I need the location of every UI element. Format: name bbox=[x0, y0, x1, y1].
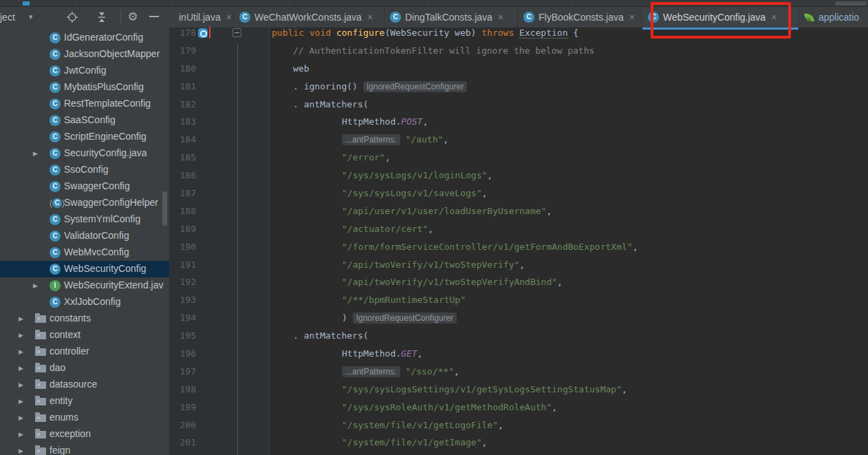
project-panel-title[interactable]: ject bbox=[0, 12, 15, 23]
fold-collapse-icon[interactable] bbox=[232, 28, 241, 37]
expand-arrow-icon[interactable]: ▶ bbox=[19, 365, 23, 372]
code-line-190[interactable]: 190"/form/formServiceController/v1/getFo… bbox=[169, 238, 868, 256]
tree-scrollbar-thumb[interactable] bbox=[162, 191, 167, 226]
tree-item-jacksonobjectmapper[interactable]: CJacksonObjectMapper bbox=[0, 46, 169, 63]
chevron-down-icon[interactable]: ▾ bbox=[29, 12, 33, 21]
line-number[interactable]: 201 bbox=[171, 434, 196, 452]
line-number[interactable]: 186 bbox=[171, 167, 196, 184]
expand-arrow-icon[interactable]: ▶ bbox=[19, 332, 23, 339]
line-number[interactable]: 185 bbox=[171, 149, 196, 167]
tab-close-icon[interactable]: × bbox=[629, 12, 635, 22]
tree-item-datasource[interactable]: ▶datasource bbox=[0, 377, 169, 393]
tree-item-idgeneratorconfig[interactable]: CIdGeneratorConfig bbox=[0, 30, 169, 46]
code-line-192[interactable]: 192"/api/twoVerify/v1/twoStepVerifyAndBi… bbox=[169, 273, 868, 291]
code-line-184[interactable]: 184...antPatterns: "/auth", bbox=[169, 131, 868, 149]
expand-arrow-icon[interactable]: ▶ bbox=[19, 398, 23, 405]
tab-close-icon[interactable]: × bbox=[367, 12, 373, 22]
line-number[interactable]: 182 bbox=[171, 96, 196, 114]
expand-arrow-icon[interactable]: ▶ bbox=[19, 348, 23, 355]
code-line-194[interactable]: 194) IgnoredRequestConfigurer bbox=[169, 309, 868, 327]
tree-item-dao[interactable]: ▶dao bbox=[0, 360, 169, 377]
line-number[interactable]: 191 bbox=[171, 256, 196, 274]
tree-item-websecurityextend-jav[interactable]: ▶IWebSecurityExtend.jav bbox=[0, 277, 169, 294]
tree-item-context[interactable]: ▶context bbox=[0, 327, 169, 343]
tree-item-saasconfig[interactable]: CSaaSConfig bbox=[0, 112, 169, 129]
tree-item-resttemplateconfig[interactable]: CRestTemplateConfig bbox=[0, 96, 169, 112]
tree-item-enums[interactable]: ▶enums bbox=[0, 410, 169, 426]
line-number[interactable]: 188 bbox=[171, 202, 196, 220]
line-number[interactable]: 193 bbox=[171, 291, 196, 309]
code-line-200[interactable]: 200"/system/file/v1/getLogoFile", bbox=[169, 416, 868, 434]
line-number[interactable]: 200 bbox=[171, 416, 196, 434]
expand-arrow-icon[interactable]: ▶ bbox=[19, 381, 23, 388]
code-line-182[interactable]: 182. antMatchers( bbox=[169, 96, 868, 114]
code-line-197[interactable]: 197...antPatterns: "/sso/**", bbox=[169, 363, 868, 381]
expand-arrow-icon[interactable]: ▶ bbox=[19, 315, 23, 322]
code-line-199[interactable]: 199"/sys/sysRoleAuth/v1/getMethodRoleAut… bbox=[169, 399, 868, 416]
expand-arrow-icon[interactable]: ▶ bbox=[19, 431, 23, 438]
tree-item-feign[interactable]: ▶feign bbox=[0, 443, 169, 455]
line-number[interactable]: 181 bbox=[171, 78, 196, 96]
tree-item-entity[interactable]: ▶entity bbox=[0, 393, 169, 410]
line-number[interactable]: 198 bbox=[171, 381, 196, 399]
code-line-186[interactable]: 186"/sys/sysLogs/v1/loginLogs", bbox=[169, 167, 868, 184]
tree-item-websecurityconfig[interactable]: CWebSecurityConfig bbox=[0, 261, 169, 277]
tree-item-xxljobconfig[interactable]: CXxlJobConfig bbox=[0, 294, 169, 310]
tree-item-securityconfig-java[interactable]: ▶CSecurityConfig.java bbox=[0, 145, 169, 162]
code-line-191[interactable]: 191"/api/twoVerify/v1/twoStepVerify", bbox=[169, 256, 868, 274]
collapse-all-icon[interactable] bbox=[96, 11, 108, 23]
tree-item-ssoconfig[interactable]: CSsoConfig bbox=[0, 162, 169, 178]
tree-item-constants[interactable]: ▶constants bbox=[0, 310, 169, 327]
code-line-181[interactable]: 181. ignoring() IgnoredRequestConfigurer bbox=[169, 78, 868, 96]
tree-item-swaggerconfighelper[interactable]: (C)SwaggerConfigHelper bbox=[0, 195, 169, 211]
line-number[interactable]: 190 bbox=[171, 238, 196, 256]
tree-item-swaggerconfig[interactable]: CSwaggerConfig bbox=[0, 178, 169, 195]
expand-arrow-icon[interactable]: ▶ bbox=[19, 414, 23, 421]
settings-gear-icon[interactable]: ⚙ bbox=[127, 11, 139, 23]
line-number[interactable]: 184 bbox=[171, 131, 196, 149]
locate-icon[interactable] bbox=[66, 11, 78, 23]
code-line-195[interactable]: 195. antMatchers( bbox=[169, 327, 868, 345]
code-editor[interactable]: 178public void configure(WebSecurity web… bbox=[169, 28, 868, 455]
line-number[interactable]: 178 bbox=[171, 24, 196, 42]
tree-item-systemymlconfig[interactable]: CSystemYmlConfig bbox=[0, 211, 169, 228]
expand-arrow-icon[interactable]: ▶ bbox=[33, 150, 38, 157]
code-line-178[interactable]: 178public void configure(WebSecurity web… bbox=[169, 24, 868, 42]
code-line-180[interactable]: 180web bbox=[169, 60, 868, 78]
tree-item-exception[interactable]: ▶exception bbox=[0, 426, 169, 443]
hide-panel-icon[interactable] bbox=[149, 16, 159, 17]
tree-item-jwtconfig[interactable]: CJwtConfig bbox=[0, 63, 169, 79]
code-line-193[interactable]: 193"/**/bpmRuntimeStartUp" bbox=[169, 291, 868, 309]
code-line-189[interactable]: 189"/actuator/cert", bbox=[169, 220, 868, 238]
line-number[interactable]: 196 bbox=[171, 345, 196, 363]
tab-close-icon[interactable]: × bbox=[498, 12, 503, 22]
code-line-188[interactable]: 188"/api/user/v1/user/loadUserByUsername… bbox=[169, 202, 868, 220]
tree-item-mybatisplusconfig[interactable]: CMybatisPlusConfig bbox=[0, 79, 169, 96]
line-number[interactable]: 194 bbox=[171, 309, 196, 327]
expand-arrow-icon[interactable]: ▶ bbox=[33, 282, 38, 289]
line-number[interactable]: 197 bbox=[171, 363, 196, 381]
line-number[interactable]: 189 bbox=[171, 220, 196, 238]
code-line-185[interactable]: 185"/error", bbox=[169, 149, 868, 167]
code-line-187[interactable]: 187"/sys/sysLogs/v1/saveLogs", bbox=[169, 184, 868, 202]
override-gutter-icon[interactable] bbox=[198, 28, 208, 38]
line-number[interactable]: 180 bbox=[171, 60, 196, 78]
tab-close-icon[interactable]: × bbox=[771, 12, 777, 22]
expand-arrow-icon[interactable]: ▶ bbox=[19, 447, 23, 454]
tree-item-controller[interactable]: ▶controller bbox=[0, 343, 169, 360]
code-line-198[interactable]: 198"/sys/sysLogsSettings/v1/getSysLogsSe… bbox=[169, 381, 868, 399]
line-number[interactable]: 199 bbox=[171, 399, 196, 416]
code-line-201[interactable]: 201"/system/file/v1/getImage", bbox=[169, 434, 868, 452]
tab-close-icon[interactable]: × bbox=[226, 12, 232, 22]
tree-item-validatorconfig[interactable]: CValidatorConfig bbox=[0, 228, 169, 244]
code-line-179[interactable]: 179// AuthenticationTokenFilter will ign… bbox=[169, 42, 868, 60]
code-line-196[interactable]: 196HttpMethod.GET, bbox=[169, 345, 868, 363]
code-line-183[interactable]: 183HttpMethod.POST, bbox=[169, 113, 868, 131]
tree-item-scriptengineconfig[interactable]: CScriptEngineConfig bbox=[0, 129, 169, 145]
line-number[interactable]: 192 bbox=[171, 273, 196, 291]
tree-item-webmvcconfig[interactable]: CWebMvcConfig bbox=[0, 244, 169, 261]
line-number[interactable]: 195 bbox=[171, 327, 196, 345]
line-number[interactable]: 183 bbox=[171, 113, 196, 131]
line-number[interactable]: 187 bbox=[171, 184, 196, 202]
line-number[interactable]: 179 bbox=[171, 42, 196, 60]
